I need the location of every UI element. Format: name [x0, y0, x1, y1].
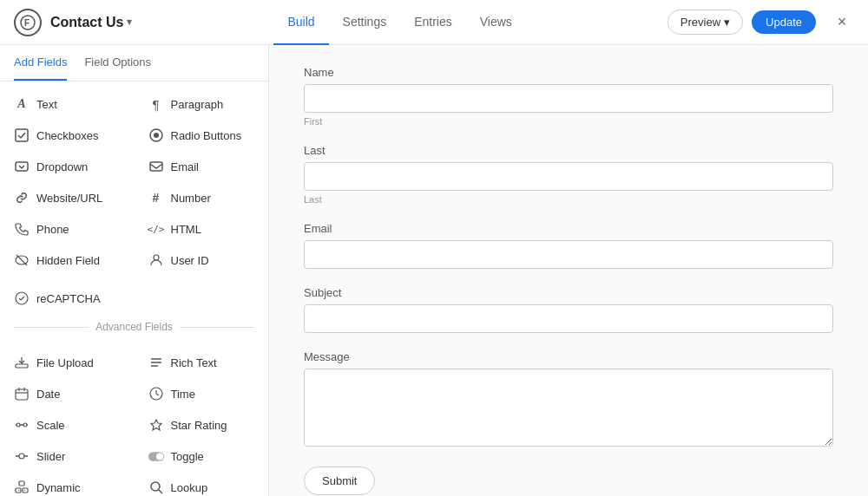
form-field-last: Last Last — [304, 144, 833, 205]
app-logo: F — [14, 9, 42, 36]
field-number-label: Number — [171, 192, 211, 205]
tab-add-fields[interactable]: Add Fields — [14, 45, 67, 81]
message-textarea[interactable] — [304, 369, 833, 447]
subject-input[interactable] — [304, 304, 833, 333]
rich-text-icon — [148, 355, 164, 370]
userid-icon — [148, 252, 164, 268]
name-first-input[interactable] — [304, 84, 833, 113]
submit-button[interactable]: Submit — [304, 467, 375, 495]
field-scale[interactable]: Scale — [0, 409, 135, 441]
app-header: F Contact Us ▾ Build Settings Entries Vi… — [0, 0, 868, 45]
form-field-email: Email — [304, 222, 833, 269]
name-first-sublabel: First — [304, 116, 833, 127]
field-scale-label: Scale — [36, 419, 65, 432]
nav-views[interactable]: Views — [466, 0, 526, 45]
field-userid-label: User ID — [171, 254, 209, 267]
form-field-subject: Subject — [304, 286, 833, 333]
page-title[interactable]: Contact Us ▾ — [50, 15, 132, 30]
field-email-label: Email — [171, 160, 200, 173]
field-date-label: Date — [36, 388, 60, 401]
email-input[interactable] — [304, 240, 833, 269]
toggle-icon — [148, 448, 164, 464]
field-lookup-label: Lookup — [171, 481, 208, 494]
lookup-icon — [148, 480, 164, 495]
field-star-rating[interactable]: Star Rating — [135, 409, 269, 441]
field-file-upload-label: File Upload — [36, 356, 94, 369]
svg-point-9 — [154, 255, 159, 260]
field-url[interactable]: Website/URL — [0, 182, 135, 213]
phone-icon — [14, 221, 30, 237]
svg-marker-22 — [151, 420, 161, 430]
time-icon — [148, 386, 164, 401]
email-label: Email — [304, 222, 833, 235]
field-hidden-label: Hidden Field — [36, 254, 100, 267]
name-label: Name — [304, 66, 833, 79]
star-icon — [148, 417, 164, 433]
field-html[interactable]: </> HTML — [135, 213, 269, 245]
field-star-rating-label: Star Rating — [171, 419, 227, 432]
advanced-fields-divider: Advanced Fields — [0, 314, 268, 340]
field-phone[interactable]: Phone — [0, 213, 135, 245]
svg-rect-14 — [16, 389, 28, 400]
recaptcha-icon — [14, 290, 30, 306]
name-last-input[interactable] — [304, 162, 833, 191]
email-icon — [148, 159, 164, 174]
sidebar-tabs: Add Fields Field Options — [0, 45, 268, 82]
field-date[interactable]: Date — [0, 378, 135, 409]
field-radio[interactable]: Radio Buttons — [135, 120, 269, 151]
divider-line-right — [180, 327, 254, 328]
field-dynamic[interactable]: Dynamic — [0, 472, 135, 496]
field-slider-label: Slider — [36, 450, 65, 463]
field-toggle[interactable]: Toggle — [135, 441, 269, 472]
upload-icon — [14, 355, 30, 370]
update-button[interactable]: Update — [752, 10, 816, 34]
number-icon: # — [148, 190, 164, 206]
field-checkboxes[interactable]: Checkboxes — [0, 120, 135, 151]
field-html-label: HTML — [171, 223, 201, 236]
name-last-sublabel: Last — [304, 194, 833, 205]
main-content: Add Fields Field Options A Text ¶ Paragr… — [0, 45, 868, 496]
form-field-name: Name First — [304, 66, 833, 127]
field-dropdown[interactable]: Dropdown — [0, 151, 135, 182]
close-button[interactable]: × — [830, 10, 854, 35]
field-time[interactable]: Time — [135, 378, 269, 409]
svg-point-24 — [19, 454, 24, 459]
field-paragraph-label: Paragraph — [171, 98, 224, 111]
field-paragraph[interactable]: ¶ Paragraph — [135, 88, 269, 120]
divider-line-left — [14, 327, 89, 328]
field-userid[interactable]: User ID — [135, 245, 269, 276]
field-hidden[interactable]: Hidden Field — [0, 245, 135, 276]
field-text[interactable]: A Text — [0, 88, 135, 120]
dropdown-icon — [14, 159, 30, 174]
nav-entries[interactable]: Entries — [400, 0, 466, 45]
dynamic-icon — [14, 480, 30, 495]
nav-build[interactable]: Build — [273, 0, 328, 45]
tab-field-options[interactable]: Field Options — [84, 45, 151, 81]
field-email[interactable]: Email — [135, 151, 269, 182]
html-icon: </> — [148, 221, 164, 237]
paragraph-icon: ¶ — [148, 96, 164, 112]
field-file-upload[interactable]: File Upload — [0, 347, 135, 378]
slider-icon — [14, 448, 30, 464]
field-radio-label: Radio Buttons — [171, 129, 242, 142]
hidden-icon — [14, 252, 30, 268]
svg-point-21 — [23, 423, 27, 427]
field-rich-text[interactable]: Rich Text — [135, 347, 269, 378]
field-toggle-label: Toggle — [171, 450, 204, 463]
header-actions: Preview ▾ Update × — [667, 10, 854, 35]
subject-label: Subject — [304, 286, 833, 299]
field-slider[interactable]: Slider — [0, 441, 135, 472]
advanced-fields-grid: File Upload Rich Text Date — [0, 340, 268, 496]
preview-button[interactable]: Preview ▾ — [667, 10, 743, 35]
field-lookup[interactable]: Lookup — [135, 472, 269, 496]
message-label: Message — [304, 350, 833, 363]
svg-rect-5 — [16, 162, 28, 171]
field-number[interactable]: # Number — [135, 182, 269, 213]
field-recaptcha[interactable]: reCAPTCHA — [0, 283, 268, 314]
field-text-label: Text — [36, 98, 57, 111]
nav-settings[interactable]: Settings — [329, 0, 401, 45]
form-field-message: Message — [304, 350, 833, 449]
svg-point-4 — [154, 133, 159, 138]
svg-rect-2 — [16, 129, 28, 141]
checkbox-icon — [14, 127, 30, 143]
